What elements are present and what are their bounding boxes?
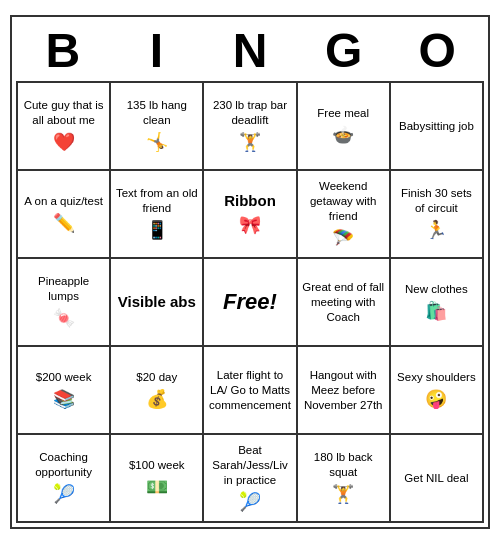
bingo-cell-12: Free! (204, 259, 297, 347)
bingo-grid: Cute guy that is all about me❤️135 lb ha… (16, 81, 484, 523)
cell-emoji: 🎾 (239, 491, 261, 514)
cell-emoji: 🍬 (53, 307, 75, 330)
bingo-cell-14: New clothes🛍️ (391, 259, 484, 347)
bingo-cell-6: Text from an old friend📱 (111, 171, 204, 259)
bingo-cell-18: Hangout with Meez before November 27th (298, 347, 391, 435)
cell-emoji: 📱 (146, 219, 168, 242)
bingo-cell-24: Get NIL deal (391, 435, 484, 523)
cell-emoji: 🎀 (239, 214, 261, 237)
cell-emoji: 🤸 (146, 131, 168, 154)
cell-emoji: 📚 (53, 388, 75, 411)
bingo-card: BINGO Cute guy that is all about me❤️135… (10, 15, 490, 530)
bingo-letter-N: N (203, 21, 297, 82)
bingo-header: BINGO (16, 21, 484, 82)
cell-text: Hangout with Meez before November 27th (302, 368, 385, 413)
bingo-letter-B: B (16, 21, 110, 82)
cell-emoji: 💵 (146, 476, 168, 499)
bingo-letter-I: I (110, 21, 204, 82)
bingo-cell-2: 230 lb trap bar deadlift🏋️ (204, 83, 297, 171)
cell-text: Ribbon (224, 191, 276, 211)
bingo-cell-8: Weekend getaway with friend🪂 (298, 171, 391, 259)
bingo-cell-7: Ribbon🎀 (204, 171, 297, 259)
bingo-cell-1: 135 lb hang clean🤸 (111, 83, 204, 171)
cell-text: Free meal (317, 106, 369, 121)
cell-text: $200 week (36, 370, 92, 385)
bingo-letter-O: O (390, 21, 484, 82)
cell-emoji: 💰 (146, 388, 168, 411)
bingo-letter-G: G (297, 21, 391, 82)
cell-text: Text from an old friend (115, 186, 198, 216)
cell-emoji: 🏋️ (332, 483, 354, 506)
bingo-cell-5: A on a quiz/test✏️ (18, 171, 111, 259)
cell-emoji: ✏️ (53, 212, 75, 235)
bingo-cell-20: Coaching opportunity🎾 (18, 435, 111, 523)
bingo-cell-13: Great end of fall meeting with Coach (298, 259, 391, 347)
bingo-cell-3: Free meal🍲 (298, 83, 391, 171)
cell-text: $20 day (136, 370, 177, 385)
bingo-cell-0: Cute guy that is all about me❤️ (18, 83, 111, 171)
cell-text: 230 lb trap bar deadlift (208, 98, 291, 128)
cell-emoji: 🛍️ (425, 300, 447, 323)
cell-text: Cute guy that is all about me (22, 98, 105, 128)
cell-emoji: 🏋️ (239, 131, 261, 154)
bingo-cell-11: Visible abs (111, 259, 204, 347)
cell-text: A on a quiz/test (24, 194, 103, 209)
cell-emoji: 🍲 (332, 124, 354, 147)
cell-emoji: 🏃 (425, 219, 447, 242)
cell-text: Weekend getaway with friend (302, 179, 385, 224)
cell-emoji: 🪂 (332, 227, 354, 250)
bingo-cell-21: $100 week💵 (111, 435, 204, 523)
cell-text: 180 lb back squat (302, 450, 385, 480)
bingo-cell-9: Finish 30 sets of circuit🏃 (391, 171, 484, 259)
cell-emoji: ❤️ (53, 131, 75, 154)
cell-emoji: 🤪 (425, 388, 447, 411)
cell-text: Great end of fall meeting with Coach (302, 280, 385, 325)
cell-text: Visible abs (118, 293, 196, 311)
bingo-cell-4: Babysitting job (391, 83, 484, 171)
bingo-cell-16: $20 day💰 (111, 347, 204, 435)
bingo-cell-22: Beat Sarah/Jess/Liv in practice🎾 (204, 435, 297, 523)
cell-text: Get NIL deal (404, 471, 468, 486)
cell-text: $100 week (129, 458, 185, 473)
cell-text: New clothes (405, 282, 468, 297)
bingo-cell-10: Pineapple lumps🍬 (18, 259, 111, 347)
cell-text: Coaching opportunity (22, 450, 105, 480)
cell-text: Later flight to LA/ Go to Matts commence… (208, 368, 291, 413)
cell-text: Finish 30 sets of circuit (395, 186, 478, 216)
cell-text: Beat Sarah/Jess/Liv in practice (208, 443, 291, 488)
cell-text: Sexy shoulders (397, 370, 476, 385)
bingo-cell-23: 180 lb back squat🏋️ (298, 435, 391, 523)
cell-emoji: 🎾 (53, 483, 75, 506)
free-space-label: Free! (223, 288, 277, 317)
cell-text: Pineapple lumps (22, 274, 105, 304)
bingo-cell-19: Sexy shoulders🤪 (391, 347, 484, 435)
cell-text: Babysitting job (399, 119, 474, 134)
bingo-cell-15: $200 week📚 (18, 347, 111, 435)
bingo-cell-17: Later flight to LA/ Go to Matts commence… (204, 347, 297, 435)
cell-text: 135 lb hang clean (115, 98, 198, 128)
